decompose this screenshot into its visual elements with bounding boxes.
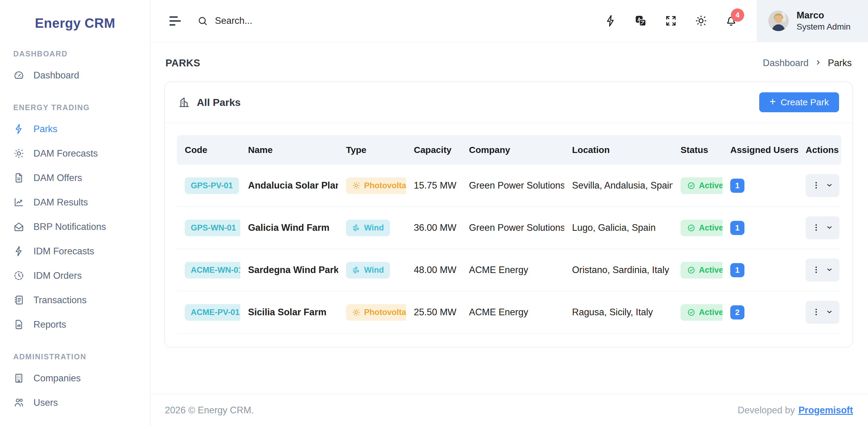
sidebar-item-dam-forecasts[interactable]: DAM Forecasts [0,141,150,166]
fullscreen-icon[interactable] [664,15,677,27]
parks-table: CodeNameTypeCapacityCompanyLocationStatu… [177,135,841,334]
sidebar-item-parks[interactable]: Parks [0,117,150,141]
gauge-icon [13,70,24,81]
park-type-badge: Wind [346,262,390,279]
sidebar-item-dam-offers[interactable]: DAM Offers [0,166,150,190]
user-avatar [768,10,789,31]
column-header: Assigned Users [722,135,798,165]
notifications-bell-icon[interactable]: 4 [725,15,738,27]
parks-table-wrap: CodeNameTypeCapacityCompanyLocationStatu… [165,123,852,347]
breadcrumb-current: Parks [828,58,852,68]
card-title: All Parks [178,96,241,108]
park-table-row: ACME-WN-01Sardegna Wind ParkWind48.00 MW… [177,249,841,291]
list-icon [13,294,24,306]
kebab-menu-icon [812,307,821,317]
sidebar-item-users[interactable]: Users [0,390,150,415]
assigned-users-badge: 1 [730,179,744,193]
kebab-menu-icon [812,223,821,233]
light-mode-icon[interactable] [695,15,707,27]
park-code-badge: ACME-WN-01 [185,262,240,279]
park-name: Sardegna Wind Park [248,264,338,275]
status-badge: Active [681,177,722,194]
check-circle-icon [687,224,695,232]
main-area: A 4 Marco System Admin [151,0,868,426]
user-menu[interactable]: Marco System Admin [757,0,868,42]
breadcrumb: Dashboard Parks [763,58,852,68]
sun-icon [352,308,361,316]
bolt-icon [13,246,24,257]
card-title-text: All Parks [197,96,241,108]
app-logo[interactable]: Energy CRM [0,0,150,34]
column-header: Company [461,135,564,165]
chevron-down-icon [826,266,833,275]
sidebar-item-companies[interactable]: Companies [0,366,150,390]
park-table-row: GPS-WN-01Galicia Wind FarmWind36.00 MWGr… [177,207,841,249]
shortcuts-lightning-icon[interactable] [604,15,617,27]
park-table-row: ACME-PV-01Sicilia Solar FarmPhotovoltaic… [177,291,841,333]
developer-link[interactable]: Progemisoft [798,405,853,416]
table-header-row: CodeNameTypeCapacityCompanyLocationStatu… [177,135,841,165]
menu-toggle-icon[interactable] [169,16,181,26]
developed-by: Developed by Progemisoft [738,405,853,416]
column-header: Status [673,135,722,165]
page-head: PARKS Dashboard Parks [165,57,852,69]
park-capacity: 25.50 MW [406,291,461,333]
user-name: Marco [797,10,850,22]
row-actions-button[interactable] [806,301,839,324]
row-actions-button[interactable] [806,259,839,282]
document-icon [13,172,24,183]
sidebar-item-reports[interactable]: Reports [0,312,150,337]
building-icon [13,373,24,384]
clock-icon [13,270,24,281]
status-badge: Active [681,262,722,279]
wind-icon [352,266,361,274]
park-capacity: 36.00 MW [406,207,461,249]
sidebar-item-dam-results[interactable]: DAM Results [0,190,150,215]
park-capacity: 15.75 MW [406,165,461,207]
kebab-menu-icon [812,265,821,275]
column-header: Actions [798,135,841,165]
copyright-text: 2026 © Energy CRM. [165,405,254,416]
chevron-down-icon [826,181,833,190]
footer: 2026 © Energy CRM. Developed by Progemis… [151,394,868,426]
translate-icon[interactable]: A [634,15,647,27]
assigned-users-badge: 1 [730,221,744,235]
search-input[interactable] [215,16,341,26]
sidebar-item-idm-forecasts[interactable]: IDM Forecasts [0,239,150,263]
report-icon [13,319,24,330]
chart-icon [13,197,24,208]
app-root: Energy CRM DASHBOARDDashboardENERGY TRAD… [0,0,868,426]
row-actions-button[interactable] [806,174,839,197]
sidebar-section-label: ADMINISTRATION [13,352,150,361]
sidebar-item-dashboard[interactable]: Dashboard [0,63,150,87]
breadcrumb-link-dashboard[interactable]: Dashboard [763,58,809,68]
sun-icon [352,181,361,190]
page-content: PARKS Dashboard Parks All Parks + [151,42,868,394]
building-bank-icon [178,96,190,108]
wind-icon [352,224,361,232]
park-name: Andalucia Solar Plant [248,180,338,191]
sidebar-item-brp-notifications[interactable]: BRP Notifications [0,215,150,239]
park-type-badge: Wind [346,220,390,236]
park-location: Sevilla, Andalusia, Spain [564,165,673,207]
create-park-button[interactable]: + Create Park [759,92,839,112]
row-actions-button[interactable] [806,216,839,239]
user-role: System Admin [797,22,850,32]
column-header: Type [338,135,406,165]
sidebar-item-idm-orders[interactable]: IDM Orders [0,263,150,288]
plus-icon: + [770,96,776,107]
park-company: Green Power Solutions [461,165,564,207]
park-type-badge: Photovoltaic [346,177,406,194]
sidebar-item-transactions[interactable]: Transactions [0,288,150,312]
bolt-icon [13,123,24,135]
park-company: ACME Energy [461,249,564,291]
card-header: All Parks + Create Park [165,82,852,123]
chevron-right-icon [815,58,822,68]
sidebar-nav: DASHBOARDDashboardENERGY TRADINGParksDAM… [0,50,150,415]
park-company: Green Power Solutions [461,207,564,249]
sidebar-section-label: ENERGY TRADING [13,103,150,112]
park-type-badge: Photovoltaic [346,304,406,321]
check-circle-icon [687,266,695,274]
top-header: A 4 Marco System Admin [151,0,868,42]
parks-card: All Parks + Create Park CodeNam [164,82,853,347]
